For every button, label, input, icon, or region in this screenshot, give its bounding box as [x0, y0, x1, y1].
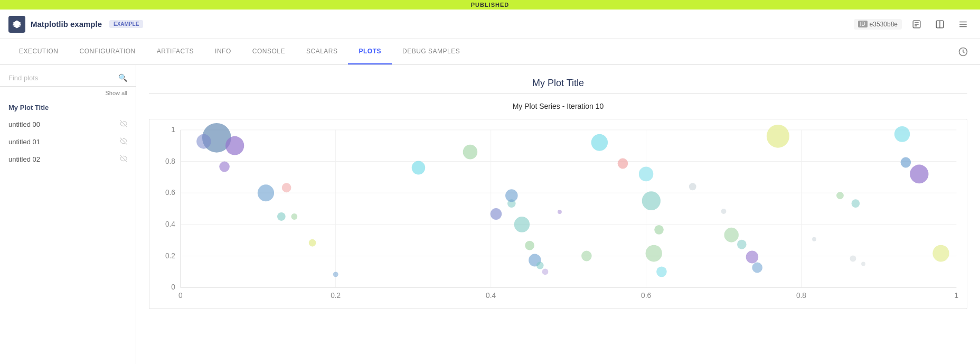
bubble	[558, 210, 562, 214]
id-value: e3530b8e	[870, 21, 898, 28]
id-label: ID	[858, 21, 868, 27]
nav-right-actions	[955, 39, 972, 64]
svg-text:0.4: 0.4	[486, 291, 496, 300]
svg-text:0.8: 0.8	[165, 156, 175, 165]
main-layout: 🔍 Show all My Plot Title untitled 00 unt…	[0, 65, 980, 364]
bubble	[767, 125, 789, 148]
tab-artifacts[interactable]: ARTIFACTS	[146, 39, 204, 64]
bubble	[412, 161, 425, 175]
hide-icon-untitled-00[interactable]	[120, 120, 127, 129]
chart-container: 1 0.8 0.6 0.4 0.2 0 0 0.2 0.4 0.6 0.8 1	[149, 119, 967, 309]
svg-text:0.6: 0.6	[641, 291, 651, 300]
svg-text:1: 1	[171, 125, 175, 134]
svg-text:0: 0	[178, 291, 183, 300]
svg-text:0.2: 0.2	[165, 251, 175, 259]
bubble	[581, 251, 592, 262]
sidebar-item-label: untitled 02	[8, 155, 40, 163]
bubble	[542, 268, 549, 275]
svg-text:0.6: 0.6	[165, 188, 175, 197]
tab-scalars[interactable]: SCALARS	[296, 39, 348, 64]
menu-icon-button[interactable]	[955, 16, 972, 33]
plot-series-title: My Plot Series - Iteration 10	[149, 102, 967, 110]
bubble	[463, 145, 477, 160]
bubble	[219, 162, 230, 172]
sidebar-item-untitled-00[interactable]: untitled 00	[0, 116, 136, 133]
bubble	[309, 239, 316, 247]
hide-icon-untitled-01[interactable]	[120, 137, 127, 146]
sidebar-item-label: untitled 00	[8, 120, 40, 128]
bubble	[618, 158, 628, 169]
bubble	[291, 213, 297, 220]
sidebar-item-untitled-02[interactable]: untitled 02	[0, 151, 136, 168]
header-right: ID e3530b8e	[854, 16, 972, 33]
header-logo: Matplotlib example EXAMPLE	[8, 16, 143, 33]
tab-debug-samples[interactable]: DEBUG SAMPLES	[392, 39, 470, 64]
bubble	[536, 262, 544, 269]
tab-console[interactable]: CONSOLE	[242, 39, 296, 64]
sidebar-item-label: untitled 01	[8, 138, 40, 146]
sidebar-item-untitled-01[interactable]: untitled 01	[0, 133, 136, 151]
search-container: 🔍	[0, 73, 136, 87]
bubble	[514, 217, 530, 232]
bubble	[861, 262, 865, 266]
bubble	[654, 225, 664, 235]
bubble	[333, 272, 338, 277]
svg-text:1: 1	[955, 291, 959, 300]
description-icon-button[interactable]	[908, 16, 925, 33]
svg-text:0.8: 0.8	[796, 291, 806, 300]
bubble	[746, 251, 759, 264]
bubble	[836, 192, 844, 199]
bubble	[901, 157, 911, 168]
bubble	[277, 212, 286, 221]
bubble	[724, 228, 738, 242]
bubble	[258, 184, 274, 201]
plot-divider	[149, 93, 967, 94]
bubble	[850, 256, 856, 262]
bubble	[689, 183, 696, 190]
bubble	[196, 134, 211, 149]
bubble	[656, 266, 667, 277]
tab-execution[interactable]: EXECUTION	[8, 39, 69, 64]
sidebar: 🔍 Show all My Plot Title untitled 00 unt…	[0, 65, 136, 364]
app-logo-icon	[8, 16, 25, 33]
id-badge: ID e3530b8e	[854, 19, 902, 30]
tab-configuration[interactable]: CONFIGURATION	[69, 39, 146, 64]
bubble	[525, 241, 534, 250]
bubble	[737, 240, 747, 249]
bubble-chart-svg: 1 0.8 0.6 0.4 0.2 0 0 0.2 0.4 0.6 0.8 1	[149, 119, 967, 309]
hide-icon-untitled-02[interactable]	[120, 155, 127, 164]
search-input[interactable]	[8, 74, 118, 82]
svg-text:0.4: 0.4	[165, 220, 175, 228]
refresh-icon-button[interactable]	[955, 43, 972, 60]
svg-text:0.2: 0.2	[331, 291, 341, 300]
bubble	[642, 191, 661, 210]
bubble	[591, 134, 608, 151]
bubble	[894, 126, 910, 142]
tab-plots[interactable]: PLOTS	[348, 39, 392, 64]
bubble	[225, 136, 244, 155]
search-icon: 🔍	[118, 73, 127, 82]
sidebar-section-title[interactable]: My Plot Title	[0, 99, 136, 116]
published-bar: PUBLISHED	[0, 0, 980, 10]
bubble	[910, 165, 928, 184]
bubble	[752, 262, 762, 273]
bubble	[491, 208, 502, 220]
bubble	[812, 237, 816, 241]
header: Matplotlib example EXAMPLE ID e3530b8e	[0, 10, 980, 39]
content-area: My Plot Title My Plot Series - Iteration…	[136, 65, 980, 364]
bubble	[646, 245, 662, 262]
show-all-button[interactable]: Show all	[0, 87, 136, 99]
tab-info[interactable]: INFO	[204, 39, 242, 64]
bubble	[639, 167, 653, 182]
plot-title: My Plot Title	[149, 78, 967, 89]
bubble	[932, 245, 949, 262]
split-view-icon-button[interactable]	[931, 16, 948, 33]
svg-text:0: 0	[171, 283, 175, 291]
bubble	[505, 189, 518, 202]
chart-grid: 1 0.8 0.6 0.4 0.2 0 0 0.2 0.4 0.6 0.8 1	[165, 125, 958, 300]
nav-tabs: EXECUTION CONFIGURATION ARTIFACTS INFO C…	[0, 39, 980, 65]
example-badge: EXAMPLE	[109, 20, 143, 28]
bubble	[282, 183, 291, 192]
bubble	[852, 199, 860, 208]
bubble	[721, 209, 727, 214]
